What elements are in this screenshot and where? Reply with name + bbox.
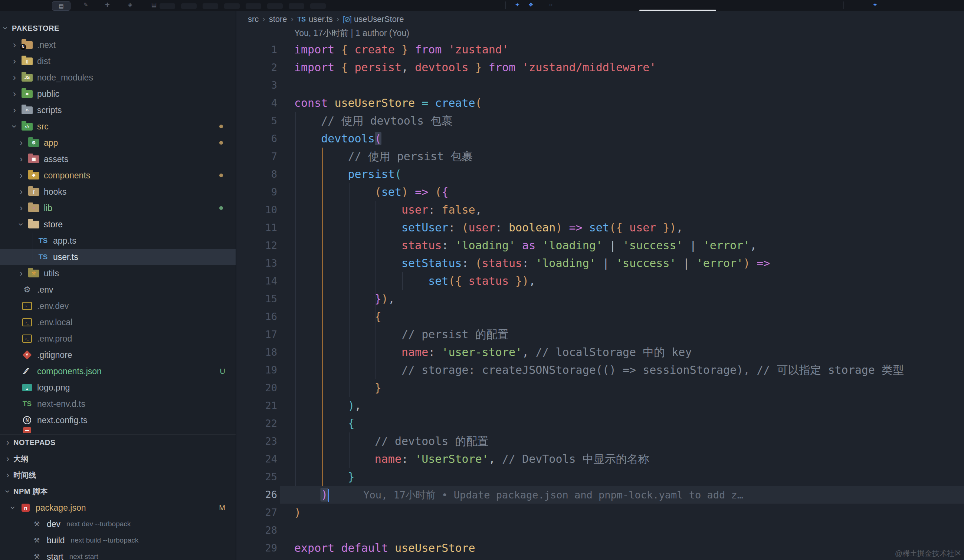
code-line-2[interactable]: import { persist, devtools } from 'zusta… <box>294 58 656 76</box>
chevron-right-icon[interactable]: › <box>16 204 27 213</box>
breadcrumb-item[interactable]: store <box>269 15 287 24</box>
line-number[interactable]: 14 <box>236 272 277 290</box>
code-line-6[interactable]: devtools( <box>294 130 381 148</box>
chevron-right-icon[interactable]: › <box>9 106 20 115</box>
sidebar-item-user.ts[interactable]: TS user.ts <box>0 249 236 265</box>
sidebar-item-app[interactable]: ›⚙ app <box>0 135 236 151</box>
sidebar-item-.env.dev[interactable]: ›_ .env.dev <box>0 298 236 314</box>
sidebar-item-.env.local[interactable]: ›_ .env.local <box>0 314 236 330</box>
line-number[interactable]: 29 <box>236 539 277 557</box>
sidebar-item-src[interactable]: ›‹/› src <box>0 118 236 135</box>
line-number[interactable]: 16 <box>236 308 277 326</box>
sidebar-item-next-env.d.ts[interactable]: TS next-env.d.ts <box>0 396 236 412</box>
line-number[interactable]: 20 <box>236 379 277 397</box>
chevron-right-icon[interactable]: › <box>9 41 20 49</box>
file-icon[interactable]: ▤ <box>52 1 70 11</box>
code-line-13[interactable]: setStatus: (status: 'loading' | 'success… <box>294 255 770 272</box>
chevron-right-icon[interactable]: › <box>16 138 27 147</box>
chevron-right-icon[interactable]: › <box>16 155 27 164</box>
line-number[interactable]: 8 <box>236 166 277 183</box>
chevron-down-icon[interactable]: › <box>10 121 19 132</box>
diamond-icon[interactable]: ◈ <box>128 2 132 8</box>
line-number[interactable]: 10 <box>236 201 277 219</box>
chevron-down-icon[interactable]: › <box>17 219 26 230</box>
chevron-right-icon[interactable]: › <box>2 438 13 447</box>
chevron-right-icon[interactable]: › <box>16 187 27 196</box>
code-line-20[interactable]: } <box>294 379 381 397</box>
sidebar-item-.gitignore[interactable]: Y .gitignore <box>0 347 236 363</box>
code-line-25[interactable]: } <box>294 468 355 486</box>
add-icon[interactable]: ✚ <box>105 2 110 8</box>
code-line-7[interactable]: // 使用 persist 包裹 <box>294 148 473 166</box>
code-line-21[interactable]: ), <box>294 397 362 415</box>
line-number[interactable]: 15 <box>236 290 277 308</box>
code-line-14[interactable]: set({ status }), <box>294 272 536 290</box>
line-number[interactable]: 23 <box>236 432 277 450</box>
code-line-23[interactable]: // devtools 的配置 <box>294 432 489 450</box>
chevron-down-icon[interactable]: › <box>1 23 10 34</box>
line-number[interactable]: 13 <box>236 255 277 272</box>
code-line-8[interactable]: persist( <box>294 166 402 183</box>
edit-icon[interactable]: ✎ <box>83 2 88 8</box>
chevron-right-icon[interactable]: › <box>9 57 20 66</box>
code-line-16[interactable]: { <box>294 308 381 326</box>
section-header-1[interactable]: › 大纲 <box>0 451 236 467</box>
line-number[interactable]: 3 <box>236 76 277 94</box>
code-line-11[interactable]: setUser: (user: boolean) => set({ user }… <box>294 219 683 237</box>
sidebar-item-.env.prod[interactable]: ›_ .env.prod <box>0 330 236 347</box>
code-line-10[interactable]: user: false, <box>294 201 482 219</box>
code-line-1[interactable]: import { create } from 'zustand' <box>294 41 509 58</box>
sidebar-item-dist[interactable]: ›▯ dist <box>0 53 236 69</box>
section-header-2[interactable]: › 时间线 <box>0 467 236 483</box>
chevron-right-icon[interactable]: › <box>9 89 20 98</box>
breadcrumb[interactable]: src›store›TSuser.ts›[⊘]useUserStore <box>248 11 404 28</box>
code-line-18[interactable]: name: 'user-store', // localStorage 中的 k… <box>294 343 692 361</box>
code-line-26[interactable]: )You, 17小时前 • Update package.json and pn… <box>294 486 743 504</box>
line-number[interactable]: 21 <box>236 397 277 415</box>
line-number[interactable]: 2 <box>236 58 277 76</box>
line-number[interactable]: 1 <box>236 41 277 58</box>
breadcrumb-file[interactable]: user.ts <box>309 15 333 24</box>
line-number[interactable]: 4 <box>236 94 277 112</box>
sidebar-item-app.ts[interactable]: TS app.ts <box>0 232 236 249</box>
code-line-15[interactable]: }), <box>294 290 395 308</box>
sidebar-item-hooks[interactable]: ›∫ hooks <box>0 183 236 200</box>
line-number[interactable]: 19 <box>236 361 277 379</box>
chevron-right-icon[interactable]: › <box>16 269 27 278</box>
sidebar-item-components[interactable]: ›❖ components <box>0 167 236 183</box>
circle-icon[interactable]: ○ <box>549 2 552 8</box>
sidebar-item-scripts[interactable]: ›‹› scripts <box>0 102 236 118</box>
line-number[interactable]: 27 <box>236 504 277 521</box>
sidebar-item-.next[interactable]: ›N .next <box>0 37 236 53</box>
code-line-22[interactable]: { <box>294 415 355 432</box>
line-number[interactable]: 18 <box>236 343 277 361</box>
line-number[interactable]: 7 <box>236 148 277 166</box>
sidebar-item-assets[interactable]: ›▦ assets <box>0 151 236 167</box>
breadcrumb-item[interactable]: src <box>248 15 259 24</box>
npm-script-dev[interactable]: ⚒ dev next dev --turbopack <box>0 516 236 532</box>
code-line-4[interactable]: const useUserStore = create( <box>294 94 482 112</box>
code-line-9[interactable]: (set) => ({ <box>294 183 448 201</box>
sidebar-item-nodemodules[interactable]: ›JS node_modules <box>0 69 236 86</box>
line-number[interactable]: 24 <box>236 450 277 468</box>
chevron-right-icon[interactable]: › <box>2 471 13 479</box>
code-line-29[interactable]: export default useUserStore <box>294 539 475 557</box>
extension-icon[interactable]: ❖ <box>528 2 533 8</box>
sidebar-item-package.json[interactable]: › n package.jsonM <box>0 500 236 516</box>
code-line-5[interactable]: // 使用 devtools 包裹 <box>294 112 453 130</box>
section-header-3[interactable]: › NPM 脚本 <box>0 483 236 500</box>
breadcrumb-symbol[interactable]: useUserStore <box>354 15 404 24</box>
chevron-down-icon[interactable]: › <box>8 502 18 513</box>
sidebar-item-lib[interactable]: ›≡ lib <box>0 200 236 216</box>
chevron-right-icon[interactable]: › <box>2 454 13 463</box>
section-header-0[interactable]: › NOTEPADS <box>0 434 236 451</box>
spark-icon[interactable]: ✦ <box>873 2 878 8</box>
code-line-17[interactable]: // persist 的配置 <box>294 326 509 343</box>
line-number[interactable]: 28 <box>236 521 277 539</box>
line-number[interactable]: 5 <box>236 112 277 130</box>
line-number[interactable]: 22 <box>236 415 277 432</box>
line-number[interactable]: 17 <box>236 326 277 343</box>
sidebar-item-next.config.ts[interactable]: N next.config.ts <box>0 412 236 429</box>
panel-icon[interactable]: ▤ <box>151 2 156 8</box>
sidebar-item-logo.png[interactable]: ▲ logo.png <box>0 380 236 396</box>
